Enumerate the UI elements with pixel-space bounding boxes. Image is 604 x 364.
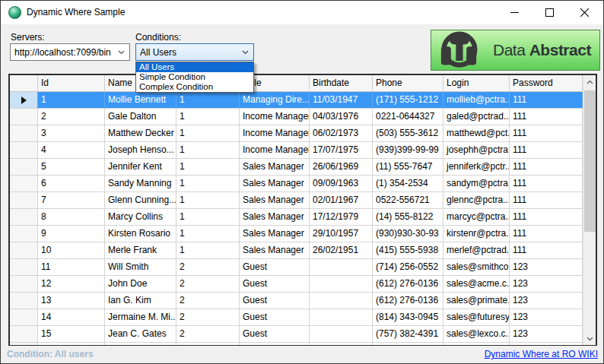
grid-cell[interactable]: Joseph Henso...	[105, 142, 176, 159]
grid-cell[interactable]: (415) 555-5938	[373, 242, 443, 259]
row-header-corner[interactable]	[10, 75, 38, 92]
grid-cell[interactable]: 1	[176, 209, 240, 226]
grid-cell[interactable]: 1	[38, 92, 105, 109]
grid-cell[interactable]: glennc@pctra...	[443, 192, 510, 209]
grid-cell[interactable]: (930)930-30-93	[373, 226, 443, 242]
grid-cell[interactable]: matthewd@pct...	[443, 125, 510, 142]
table-row[interactable]: 13Ian G. Kim2Guest(612) 276-0136sales@pr…	[10, 293, 596, 309]
grid-cell[interactable]: 09/09/1963	[310, 176, 373, 192]
grid-cell[interactable]	[310, 259, 373, 276]
grid-cell[interactable]: Merle Frank	[105, 242, 176, 259]
grid-cell[interactable]: 123	[510, 259, 583, 276]
grid-cell[interactable]: 13	[38, 293, 105, 309]
grid-cell[interactable]: (939)399-99-99	[373, 142, 443, 159]
grid-cell[interactable]: 02/01/1967	[310, 192, 373, 209]
grid-cell[interactable]: Sandy Manning	[105, 176, 176, 192]
grid-cell[interactable]: 111	[510, 92, 583, 109]
grid-cell[interactable]: 04/03/1976	[310, 109, 373, 125]
grid-cell[interactable]: 1	[176, 125, 240, 142]
grid-cell[interactable]: galed@pctrad...	[443, 109, 510, 125]
grid-cell[interactable]: Guest	[240, 309, 310, 326]
wiki-link[interactable]: Dynamic Where at RO WIKI	[485, 349, 598, 359]
column-header-login[interactable]: Login	[443, 75, 510, 92]
grid-cell[interactable]: merlef@pctrad...	[443, 242, 510, 259]
grid-cell[interactable]: sandym@pctra...	[443, 176, 510, 192]
row-header[interactable]	[10, 326, 38, 343]
grid-cell[interactable]: Ian G. Kim	[105, 293, 176, 309]
grid-cell[interactable]: 26/06/1969	[310, 159, 373, 176]
grid-cell[interactable]: (171) 555-1212	[373, 92, 443, 109]
grid-cell[interactable]: 111	[510, 176, 583, 192]
grid-cell[interactable]: 2	[176, 326, 240, 343]
grid-cell[interactable]: 123	[510, 326, 583, 343]
grid-cell[interactable]: 1	[176, 159, 240, 176]
grid-cell[interactable]: Guest	[240, 276, 310, 293]
grid-cell[interactable]: Gale Dalton	[105, 109, 176, 125]
grid-cell[interactable]: sales@futuresy...	[443, 309, 510, 326]
grid-cell[interactable]: Matthew Decker	[105, 125, 176, 142]
grid-cell[interactable]: 3	[38, 125, 105, 142]
grid-cell[interactable]: 2	[176, 259, 240, 276]
grid-cell[interactable]: Guest	[240, 326, 310, 343]
grid-cell[interactable]: 6	[38, 176, 105, 192]
grid-cell[interactable]	[310, 293, 373, 309]
grid-cell[interactable]: Guest	[240, 259, 310, 276]
grid-cell[interactable]: Income Manager	[240, 142, 310, 159]
grid-cell[interactable]: 111	[510, 242, 583, 259]
grid-cell[interactable]: 111	[510, 159, 583, 176]
grid-cell[interactable]: 1	[176, 226, 240, 242]
grid-cell[interactable]: Jennifer Kent	[105, 159, 176, 176]
grid-cell[interactable]	[310, 309, 373, 326]
grid-cell[interactable]: 4	[38, 142, 105, 159]
grid-cell[interactable]: Sales Manager	[240, 209, 310, 226]
grid-cell[interactable]: (503) 555-3612	[373, 125, 443, 142]
table-row[interactable]: 10Merle Frank1Sales Manager26/02/1951(41…	[10, 242, 596, 259]
grid-cell[interactable]: 29/10/1957	[310, 226, 373, 242]
table-row[interactable]: 14Jermaine M. Mi...2Guest(814) 343-0945s…	[10, 309, 596, 326]
table-row[interactable]: 9Kirsten Rosario1Sales Manager29/10/1957…	[10, 226, 596, 242]
grid-cell[interactable]: Income Manager	[240, 125, 310, 142]
table-row[interactable]: 7Glenn Cunning...1Sales Manager02/01/196…	[10, 192, 596, 209]
table-row[interactable]: 11Will Smith2Guest(714) 256-0552sales@sm…	[10, 259, 596, 276]
dropdown-item-all-users[interactable]: All Users	[136, 62, 253, 72]
column-header-phone[interactable]: Phone	[373, 75, 443, 92]
row-header[interactable]	[10, 293, 38, 309]
grid-cell[interactable]: Sales Manager	[240, 226, 310, 242]
grid-cell[interactable]: 2	[176, 309, 240, 326]
grid-cell[interactable]: Sales Manager	[240, 192, 310, 209]
grid-cell[interactable]: 111	[510, 142, 583, 159]
row-header[interactable]	[10, 242, 38, 259]
grid-cell[interactable]: Jean C. Gates	[105, 326, 176, 343]
scrollbar-thumb[interactable]	[584, 90, 596, 232]
grid-cell[interactable]: John Doe	[105, 276, 176, 293]
grid-cell[interactable]: (1) 354-2534	[373, 176, 443, 192]
grid-cell[interactable]: (814) 343-0945	[373, 309, 443, 326]
grid-cell[interactable]: 1	[176, 142, 240, 159]
row-header[interactable]	[10, 125, 38, 142]
grid-cell[interactable]: 26/02/1951	[310, 242, 373, 259]
grid-cell[interactable]: 11/03/1947	[310, 92, 373, 109]
column-header-id[interactable]: Id	[38, 75, 105, 92]
grid-cell[interactable]: 2	[176, 293, 240, 309]
grid-cell[interactable]: Sales Manager	[240, 176, 310, 192]
grid-cell[interactable]: Managing Dire...	[240, 92, 310, 109]
row-header[interactable]	[10, 276, 38, 293]
grid-cell[interactable]: sales@acme.c...	[443, 276, 510, 293]
grid-cell[interactable]: Will Smith	[105, 259, 176, 276]
grid-cell[interactable]: 14	[38, 309, 105, 326]
table-row[interactable]: 15Jean C. Gates2Guest(757) 382-4391sales…	[10, 326, 596, 343]
grid-cell[interactable]: Sales Manager	[240, 159, 310, 176]
dropdown-item-simple-condition[interactable]: Simple Condition	[136, 72, 253, 82]
grid-cell[interactable]: josephh@pctra...	[443, 142, 510, 159]
row-header[interactable]	[10, 309, 38, 326]
grid-cell[interactable]: 111	[510, 226, 583, 242]
grid-cell[interactable]: 17/12/1979	[310, 209, 373, 226]
scroll-up-button[interactable]	[583, 75, 596, 88]
grid-cell[interactable]: 111	[510, 209, 583, 226]
row-header[interactable]	[10, 159, 38, 176]
grid-cell[interactable]: 7	[38, 192, 105, 209]
minimize-button[interactable]	[497, 1, 532, 24]
row-header[interactable]	[10, 192, 38, 209]
grid-cell[interactable]: sales@primate...	[443, 293, 510, 309]
grid-cell[interactable]: 0221-0644327	[373, 109, 443, 125]
